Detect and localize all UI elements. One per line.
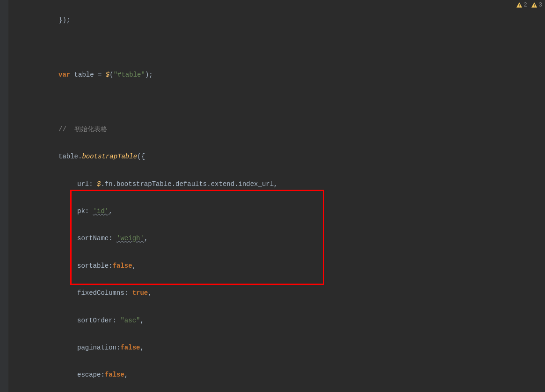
code-text: }); — [58, 16, 70, 24]
code-editor[interactable]: }); var table = $("#table"); // 初始化表格 ta… — [0, 0, 545, 392]
